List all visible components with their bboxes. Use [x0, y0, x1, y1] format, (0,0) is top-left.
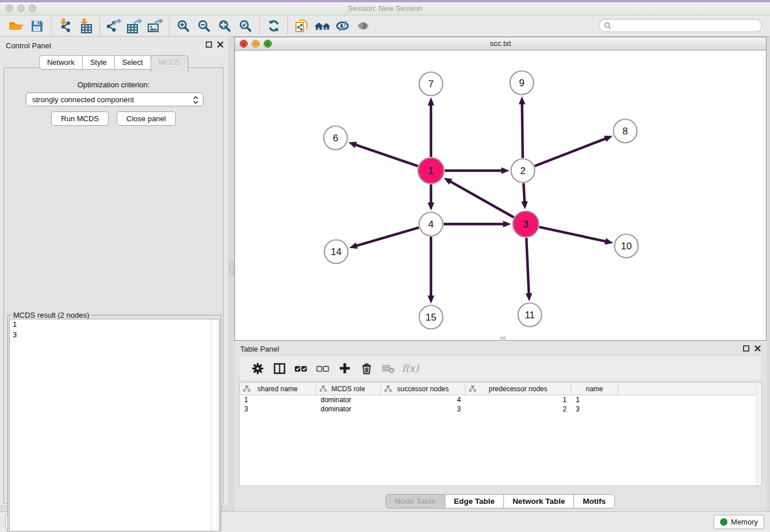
node-table[interactable]: shared nameMCDS rolesuccessor nodesprede… — [239, 382, 762, 486]
tab-style[interactable]: Style — [82, 55, 115, 70]
close-panel-button[interactable]: Close panel — [117, 111, 176, 126]
cell-successor-nodes[interactable]: 4 — [381, 395, 465, 404]
memory-button[interactable]: Memory — [714, 515, 764, 529]
cell-shared-name[interactable]: 1 — [240, 395, 316, 404]
tab-motifs[interactable]: Motifs — [573, 494, 615, 508]
zoom-out-icon[interactable] — [194, 17, 214, 35]
edge-3-10[interactable] — [539, 227, 606, 241]
search-input[interactable] — [614, 21, 761, 30]
float-panel-icon[interactable] — [206, 41, 212, 48]
toolbar-separator — [99, 17, 100, 34]
result-scrollbar[interactable] — [211, 319, 219, 531]
cell-shared-name[interactable]: 3 — [240, 404, 316, 414]
mcds-result-list[interactable]: 13 — [9, 319, 220, 531]
close-table-panel-icon[interactable] — [754, 345, 761, 352]
cell-predecessor-nodes[interactable]: 2 — [465, 404, 571, 414]
select-all-rows-icon[interactable] — [290, 358, 312, 378]
home-icon[interactable] — [312, 17, 333, 35]
application-window: Session: New Session Control Panel Netwo… — [0, 0, 770, 532]
toggle-panel-columns-icon[interactable] — [268, 358, 290, 378]
tab-edge-table[interactable]: Edge Table — [445, 494, 504, 508]
float-table-panel-icon[interactable] — [743, 345, 749, 352]
close-panel-icon[interactable] — [217, 41, 224, 48]
edge-3-11[interactable] — [526, 238, 529, 295]
search-box[interactable] — [599, 19, 762, 32]
column-header-name[interactable]: name — [571, 383, 618, 395]
tab-network[interactable]: Network — [39, 55, 83, 70]
run-mcds-button[interactable]: Run MCDS — [51, 111, 109, 126]
edge-2-3[interactable] — [523, 183, 525, 203]
duplicate-network-icon[interactable] — [291, 17, 312, 35]
graph-node-label: 10 — [621, 241, 632, 252]
table-header-row: shared nameMCDS rolesuccessor nodesprede… — [240, 383, 761, 395]
column-header-shared-name[interactable]: shared name — [240, 383, 316, 395]
zoom-in-icon[interactable] — [173, 17, 194, 35]
edge-arrowhead — [519, 96, 526, 104]
table-scrollbar[interactable] — [756, 383, 761, 485]
network-graph[interactable]: 7968124314101511 — [235, 51, 766, 340]
table-row[interactable]: 1dominator411 — [240, 395, 761, 404]
main-toolbar — [0, 16, 770, 37]
network-window-titlebar[interactable]: × − + scc.txt — [235, 37, 766, 51]
add-column-icon[interactable] — [334, 358, 356, 378]
tab-node-table[interactable]: Node Table — [386, 494, 445, 508]
graph-node-label: 7 — [428, 79, 433, 90]
network-maximize-button[interactable]: + — [264, 40, 272, 48]
network-canvas[interactable]: 7968124314101511 — [235, 51, 766, 340]
optimization-criterion-select[interactable]: strongly connected component — [26, 92, 203, 106]
cell-name[interactable]: 1 — [571, 395, 618, 404]
zoom-fit-icon[interactable] — [214, 17, 235, 35]
open-session-icon[interactable] — [6, 17, 26, 35]
tab-select[interactable]: Select — [114, 55, 151, 70]
minimize-window-button[interactable] — [17, 5, 25, 12]
graph-node-label: 8 — [622, 126, 627, 137]
network-resize-grip[interactable] — [500, 337, 506, 341]
window-traffic-lights[interactable] — [6, 5, 36, 12]
cell-name[interactable]: 3 — [571, 404, 618, 414]
network-close-button[interactable]: × — [240, 40, 248, 48]
optimization-criterion-value: strongly connected component — [32, 95, 134, 104]
column-header-MCDS-role[interactable]: MCDS role — [316, 383, 381, 395]
titlebar: Session: New Session — [0, 2, 770, 16]
cell-successor-nodes[interactable]: 3 — [381, 404, 465, 414]
table-tabs: Node TableEdge TableNetwork TableMotifs — [234, 494, 767, 508]
edge-arrowhead — [502, 167, 510, 174]
edge-3-1[interactable] — [450, 181, 514, 217]
column-header-successor-nodes[interactable]: successor nodes — [381, 383, 465, 395]
export-network-icon[interactable] — [103, 17, 124, 35]
column-header-predecessor-nodes[interactable]: predecessor nodes — [465, 383, 571, 395]
cell-predecessor-nodes[interactable]: 1 — [465, 395, 571, 404]
tab-network-table[interactable]: Network Table — [503, 494, 574, 508]
network-minimize-button[interactable]: − — [252, 40, 260, 48]
delete-column-icon[interactable] — [356, 358, 378, 378]
edge-4-14[interactable] — [356, 228, 419, 246]
export-image-icon[interactable] — [145, 17, 165, 35]
split-divider-handle[interactable] — [229, 261, 234, 275]
table-row[interactable]: 3dominator323 — [240, 404, 761, 414]
edge-arrowhead — [503, 221, 511, 228]
control-panel-tabs: NetworkStyleSelectMCDS — [0, 55, 228, 70]
hide-graphics-details-icon[interactable] — [353, 17, 374, 35]
toolbar-separator — [169, 17, 170, 34]
edge-2-9[interactable] — [522, 103, 522, 158]
deselect-all-rows-icon[interactable] — [312, 358, 334, 378]
edge-arrowhead — [604, 136, 613, 142]
table-settings-icon[interactable] — [247, 358, 268, 378]
edge-1-6[interactable] — [355, 145, 418, 167]
result-item[interactable]: 1 — [10, 319, 219, 330]
export-table-icon[interactable] — [124, 17, 145, 35]
cell-MCDS-role[interactable]: dominator — [316, 395, 381, 404]
zoom-window-button[interactable] — [29, 5, 36, 12]
edge-2-8[interactable] — [535, 138, 606, 166]
close-window-button[interactable] — [6, 5, 13, 12]
graph-node-label: 15 — [426, 312, 437, 323]
result-item[interactable]: 3 — [10, 330, 219, 340]
import-table-icon[interactable] — [75, 17, 96, 35]
refresh-layout-icon[interactable] — [263, 17, 284, 35]
show-graphics-details-icon[interactable] — [333, 17, 353, 35]
cell-MCDS-role[interactable]: dominator — [316, 404, 381, 414]
zoom-selected-icon[interactable] — [235, 17, 256, 35]
import-network-icon[interactable] — [55, 17, 75, 35]
tab-mcds[interactable]: MCDS — [151, 55, 188, 73]
save-session-icon[interactable] — [26, 17, 47, 35]
